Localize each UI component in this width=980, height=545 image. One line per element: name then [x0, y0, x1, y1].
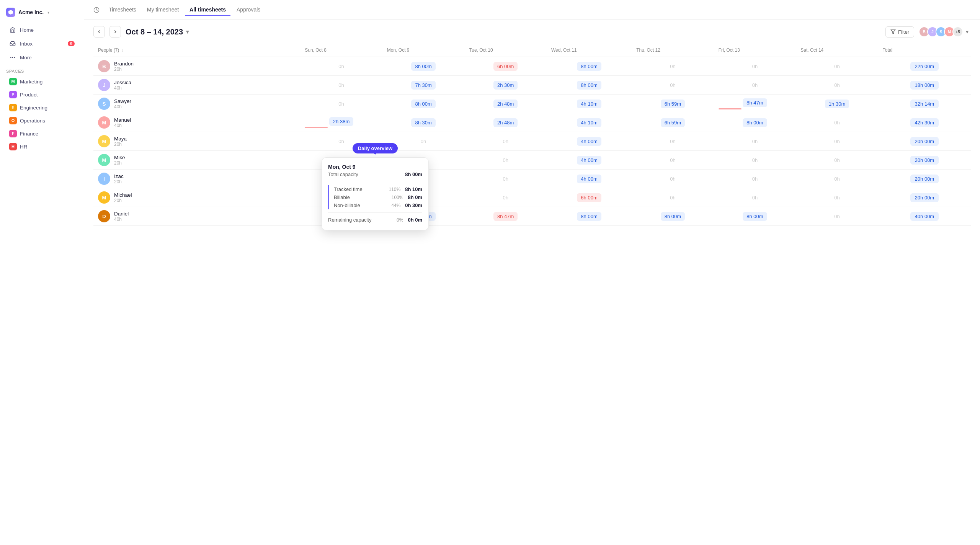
- time-cell[interactable]: 0h: [632, 151, 714, 170]
- sidebar-item-engineering[interactable]: E Engineering: [3, 101, 81, 114]
- person-cell[interactable]: S Sawyer 40h: [93, 95, 300, 113]
- time-cell[interactable]: 0h: [464, 188, 547, 207]
- time-cell[interactable]: 8h 00m: [547, 76, 632, 95]
- time-cell[interactable]: 0h: [632, 188, 714, 207]
- time-cell[interactable]: 2h 48m: [464, 95, 547, 113]
- sidebar-item-finance[interactable]: F Finance: [3, 127, 81, 140]
- time-cell[interactable]: 0h: [632, 57, 714, 76]
- time-empty-value: 0h: [503, 157, 508, 163]
- time-cell[interactable]: 8h 30m: [382, 113, 465, 132]
- time-cell[interactable]: 0h: [796, 132, 878, 151]
- time-cell[interactable]: 0h: [714, 188, 796, 207]
- time-cell[interactable]: 4h 00m: [547, 132, 632, 151]
- time-cell[interactable]: 0h: [300, 57, 382, 76]
- time-cell[interactable]: 7h 30m: [382, 76, 465, 95]
- person-cell[interactable]: M Manuel 40h: [93, 113, 300, 132]
- prev-week-button[interactable]: [93, 26, 105, 38]
- sidebar-item-more[interactable]: More: [3, 51, 81, 64]
- time-cell[interactable]: 0h: [714, 170, 796, 188]
- table-row[interactable]: M Mike 20h 0h0h0h4h 00m0h0h0h20h 00m: [93, 151, 971, 170]
- time-badge: 4h 00m: [577, 156, 601, 165]
- time-cell[interactable]: 0h: [632, 170, 714, 188]
- person-hours: 40h: [114, 85, 131, 91]
- time-cell[interactable]: 4h 10m: [547, 113, 632, 132]
- sidebar-item-operations[interactable]: O Operations: [3, 114, 81, 127]
- sidebar-item-home[interactable]: Home: [3, 23, 81, 36]
- table-row[interactable]: M Maya 20h 0h0h0h4h 00m0h0h0h20h 00m: [93, 132, 971, 151]
- time-cell[interactable]: 0h: [464, 170, 547, 188]
- avatar-overflow-count[interactable]: +5: [952, 26, 963, 37]
- date-chevron-icon: ▾: [186, 29, 189, 35]
- time-cell[interactable]: 8h 00m: [714, 113, 796, 132]
- tab-my-timesheet[interactable]: My timesheet: [142, 4, 183, 16]
- next-week-button[interactable]: [109, 26, 121, 38]
- time-cell[interactable]: 0h: [632, 132, 714, 151]
- tooltip-billable-value: 8h 0m: [408, 194, 422, 200]
- person-cell[interactable]: M Maya 20h: [93, 132, 300, 151]
- table-row[interactable]: M Michael 20h 0h0h0h6h 00m0h0h0h20h 00m: [93, 188, 971, 207]
- time-cell[interactable]: 0h: [796, 188, 878, 207]
- avatar: B: [98, 60, 110, 72]
- table-row[interactable]: J Jessica 40h 0h7h 30m2h 30m8h 00m0h0h0h…: [93, 76, 971, 95]
- table-row[interactable]: I Izac 20h 0h0h0h4h 00m0h0h0h20h 00m: [93, 170, 971, 188]
- person-cell[interactable]: M Michael 20h: [93, 188, 300, 207]
- person-cell[interactable]: J Jessica 40h: [93, 76, 300, 95]
- time-cell[interactable]: 0h: [300, 76, 382, 95]
- person-cell[interactable]: D Daniel 40h: [93, 207, 300, 226]
- time-cell[interactable]: 6h 59m: [632, 95, 714, 113]
- time-cell[interactable]: 8h 00m: [547, 57, 632, 76]
- tab-approvals[interactable]: Approvals: [232, 4, 265, 16]
- time-cell[interactable]: 0h: [464, 151, 547, 170]
- time-cell[interactable]: 0h: [796, 57, 878, 76]
- date-range-selector[interactable]: Oct 8 – 14, 2023 ▾: [126, 28, 189, 36]
- table-row[interactable]: D Daniel 40h 0h8h 00m8h 47m8h 00m8h 00m8…: [93, 207, 971, 226]
- tab-all-timesheets[interactable]: All timesheets: [185, 4, 230, 16]
- person-cell[interactable]: B Brandon 20h: [93, 57, 300, 76]
- time-cell[interactable]: 6h 59m: [632, 113, 714, 132]
- time-cell[interactable]: 8h 00m: [632, 207, 714, 226]
- sidebar-item-marketing[interactable]: M Marketing: [3, 75, 81, 88]
- table-row[interactable]: S Sawyer 40h 0h8h 00m2h 48m4h 10m6h 59m8…: [93, 95, 971, 113]
- time-cell[interactable]: 0h: [796, 151, 878, 170]
- table-row[interactable]: M Manuel 40h 2h 38m8h 30m2h 48m4h 10m6h …: [93, 113, 971, 132]
- time-cell[interactable]: 2h 30m: [464, 76, 547, 95]
- sidebar-item-inbox[interactable]: Inbox 9: [3, 37, 81, 50]
- time-cell[interactable]: 0h: [632, 76, 714, 95]
- time-cell[interactable]: 8h 00m: [382, 95, 465, 113]
- time-cell[interactable]: 0h: [300, 95, 382, 113]
- time-cell[interactable]: 8h 00m: [382, 57, 465, 76]
- time-cell[interactable]: 0h: [796, 207, 878, 226]
- col-people[interactable]: People (7) ↓: [93, 44, 300, 57]
- time-cell[interactable]: 8h 00m: [547, 207, 632, 226]
- time-cell[interactable]: 8h 00m: [714, 207, 796, 226]
- time-cell[interactable]: 1h 30m: [796, 95, 878, 113]
- sidebar-item-hr[interactable]: H HR: [3, 140, 81, 153]
- time-cell[interactable]: 8h 47m: [464, 207, 547, 226]
- tooltip-capacity-value: 8h 00m: [405, 171, 422, 177]
- time-cell[interactable]: 6h 00m: [547, 188, 632, 207]
- time-cell[interactable]: 0h: [464, 132, 547, 151]
- sidebar-item-product[interactable]: P Product: [3, 88, 81, 101]
- time-cell[interactable]: 4h 00m: [547, 170, 632, 188]
- avatars-dropdown-icon[interactable]: ▾: [963, 26, 971, 37]
- time-cell[interactable]: 6h 00m: [464, 57, 547, 76]
- time-cell[interactable]: 4h 10m: [547, 95, 632, 113]
- time-cell[interactable]: 8h 47m: [714, 95, 796, 113]
- time-cell[interactable]: 0h: [714, 76, 796, 95]
- person-cell[interactable]: M Mike 20h: [93, 151, 300, 170]
- time-cell[interactable]: 0h: [714, 151, 796, 170]
- filter-avatars[interactable]: B J S M +5 ▾: [919, 26, 971, 37]
- time-cell[interactable]: 4h 00m: [547, 151, 632, 170]
- time-cell[interactable]: 0h: [714, 57, 796, 76]
- time-cell[interactable]: 2h 38m: [300, 113, 382, 132]
- time-cell[interactable]: 0h: [796, 76, 878, 95]
- person-cell[interactable]: I Izac 20h: [93, 170, 300, 188]
- company-logo[interactable]: Acme Inc. ▾: [0, 5, 84, 23]
- filter-button[interactable]: Filter: [885, 26, 914, 38]
- table-row[interactable]: B Brandon 20h 0h8h 00m6h 00m8h 00m0h0h0h…: [93, 57, 971, 76]
- time-cell[interactable]: 0h: [796, 113, 878, 132]
- time-cell[interactable]: 0h: [714, 132, 796, 151]
- time-cell[interactable]: 2h 48m: [464, 113, 547, 132]
- time-cell[interactable]: 0h: [796, 170, 878, 188]
- tab-timesheets[interactable]: Timesheets: [104, 4, 141, 16]
